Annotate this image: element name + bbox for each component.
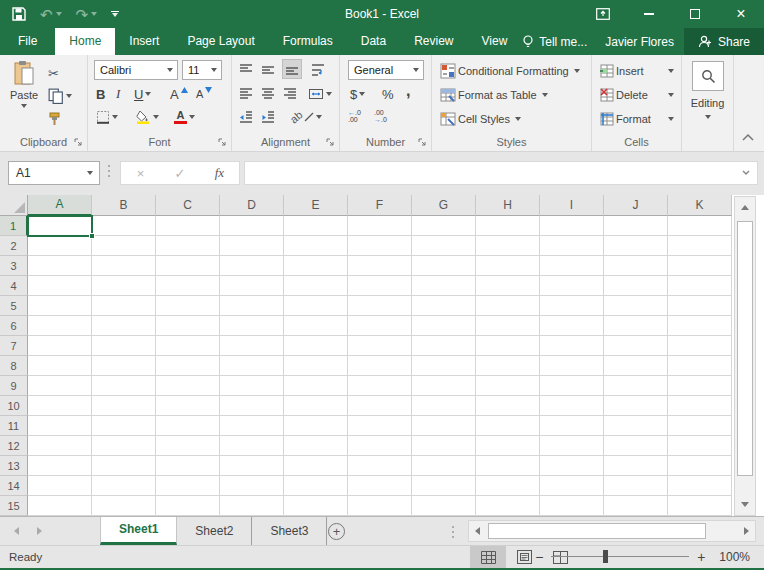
merge-center-button[interactable] (308, 84, 332, 104)
fill-color-button[interactable] (136, 107, 159, 127)
cell-H1[interactable] (476, 216, 540, 236)
tab-insert[interactable]: Insert (115, 28, 173, 55)
conditional-formatting-button[interactable]: Conditional Formatting (440, 61, 588, 81)
middle-align-button[interactable] (260, 60, 276, 80)
cell-E10[interactable] (284, 396, 348, 416)
cell-B2[interactable] (92, 236, 156, 256)
cell-C11[interactable] (156, 416, 220, 436)
cell-D8[interactable] (220, 356, 284, 376)
cell-C3[interactable] (156, 256, 220, 276)
font-name-combo[interactable]: Calibri (94, 60, 178, 80)
cell-B12[interactable] (92, 436, 156, 456)
cell-I3[interactable] (540, 256, 604, 276)
cell-H2[interactable] (476, 236, 540, 256)
column-header-C[interactable]: C (156, 195, 220, 216)
decrease-decimal-button[interactable]: .00→.0 (374, 109, 398, 123)
comma-style-button[interactable]: , (406, 81, 410, 101)
increase-indent-button[interactable] (260, 107, 276, 127)
cell-K8[interactable] (668, 356, 732, 376)
cell-J7[interactable] (604, 336, 668, 356)
cell-F7[interactable] (348, 336, 412, 356)
cell-B7[interactable] (92, 336, 156, 356)
cell-styles-button[interactable]: Cell Styles (440, 109, 521, 129)
next-sheet-button[interactable] (37, 527, 42, 535)
cell-E8[interactable] (284, 356, 348, 376)
cell-E14[interactable] (284, 476, 348, 496)
cell-G4[interactable] (412, 276, 476, 296)
cell-E7[interactable] (284, 336, 348, 356)
share-button[interactable]: Share (684, 28, 764, 55)
cell-A15[interactable] (28, 496, 92, 516)
cell-E15[interactable] (284, 496, 348, 516)
number-format-combo[interactable]: General (348, 60, 424, 80)
editing-group-button[interactable] (692, 61, 724, 91)
tab-file[interactable]: File (0, 28, 55, 55)
scroll-left-button[interactable] (469, 521, 486, 541)
row-header-3[interactable]: 3 (0, 256, 28, 276)
cell-G5[interactable] (412, 296, 476, 316)
format-cells-button[interactable]: Format (600, 109, 674, 129)
cell-B5[interactable] (92, 296, 156, 316)
cell-J4[interactable] (604, 276, 668, 296)
bold-button[interactable]: B (96, 84, 105, 104)
accounting-format-button[interactable]: $ (350, 84, 365, 104)
cell-F3[interactable] (348, 256, 412, 276)
select-all-button[interactable] (0, 195, 28, 216)
zoom-out-button[interactable]: − (531, 549, 547, 565)
cell-K6[interactable] (668, 316, 732, 336)
increase-decimal-button[interactable]: ←.0.00 (348, 109, 372, 123)
tab-review[interactable]: Review (400, 28, 467, 55)
cell-C12[interactable] (156, 436, 220, 456)
cell-G7[interactable] (412, 336, 476, 356)
cell-H11[interactable] (476, 416, 540, 436)
cell-A14[interactable] (28, 476, 92, 496)
font-color-button[interactable]: A (174, 107, 195, 127)
italic-button[interactable]: I (116, 84, 120, 104)
cell-H12[interactable] (476, 436, 540, 456)
cell-G15[interactable] (412, 496, 476, 516)
insert-cells-button[interactable]: Insert (600, 61, 674, 81)
cell-E12[interactable] (284, 436, 348, 456)
percent-style-button[interactable]: % (382, 84, 394, 104)
cell-B4[interactable] (92, 276, 156, 296)
cut-button[interactable]: ✂ (48, 63, 59, 83)
cell-B10[interactable] (92, 396, 156, 416)
cell-B1[interactable] (92, 216, 156, 236)
cell-F14[interactable] (348, 476, 412, 496)
cell-J8[interactable] (604, 356, 668, 376)
cell-F8[interactable] (348, 356, 412, 376)
cell-D1[interactable] (220, 216, 284, 236)
cell-E4[interactable] (284, 276, 348, 296)
close-button[interactable]: × (718, 0, 764, 28)
cell-K1[interactable] (668, 216, 732, 236)
cell-F4[interactable] (348, 276, 412, 296)
cell-F9[interactable] (348, 376, 412, 396)
cell-I11[interactable] (540, 416, 604, 436)
cell-C1[interactable] (156, 216, 220, 236)
cell-J2[interactable] (604, 236, 668, 256)
borders-button[interactable] (96, 107, 118, 127)
row-header-15[interactable]: 15 (0, 496, 28, 516)
cell-A10[interactable] (28, 396, 92, 416)
wrap-text-button[interactable] (310, 60, 326, 80)
cell-G10[interactable] (412, 396, 476, 416)
cell-E3[interactable] (284, 256, 348, 276)
cell-D5[interactable] (220, 296, 284, 316)
cell-D3[interactable] (220, 256, 284, 276)
zoom-slider[interactable] (551, 546, 689, 568)
tab-page-layout[interactable]: Page Layout (173, 28, 268, 55)
zoom-slider-handle[interactable] (603, 550, 608, 563)
cell-I9[interactable] (540, 376, 604, 396)
column-header-J[interactable]: J (604, 195, 668, 216)
cell-E11[interactable] (284, 416, 348, 436)
column-header-G[interactable]: G (412, 195, 476, 216)
underline-dropdown-icon[interactable] (145, 92, 151, 96)
align-center-button[interactable] (260, 84, 276, 104)
decrease-font-size-button[interactable]: A (196, 84, 212, 104)
cell-F15[interactable] (348, 496, 412, 516)
row-header-10[interactable]: 10 (0, 396, 28, 416)
row-header-7[interactable]: 7 (0, 336, 28, 356)
formula-bar-resizer[interactable] (108, 165, 110, 177)
cell-E13[interactable] (284, 456, 348, 476)
decrease-indent-button[interactable] (238, 107, 254, 127)
